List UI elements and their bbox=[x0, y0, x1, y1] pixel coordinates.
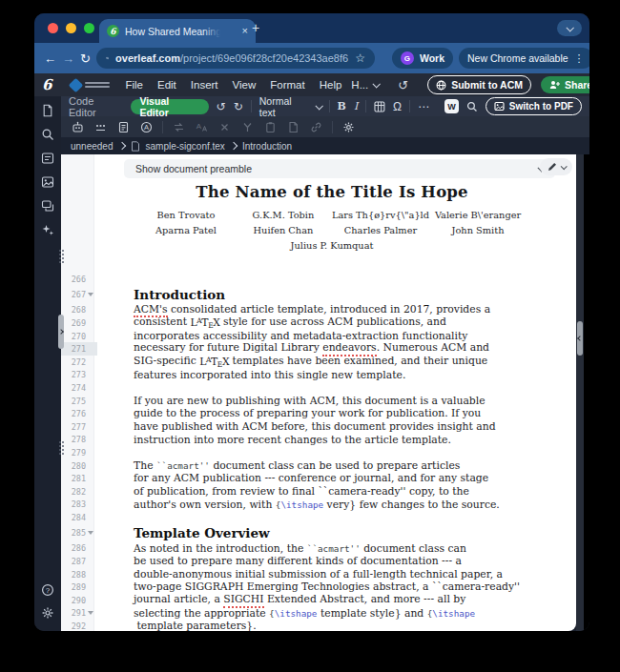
chrome-update-button[interactable]: New Chrome available ⋮ bbox=[459, 48, 589, 69]
editor-line[interactable]: 266 bbox=[61, 273, 576, 286]
share-button[interactable]: Share bbox=[541, 76, 589, 93]
paragraph-style-dropdown[interactable]: Normal text bbox=[259, 95, 321, 118]
line-content[interactable]: Template Overview bbox=[97, 524, 270, 542]
tab-search-button[interactable] bbox=[557, 20, 582, 36]
editor-line[interactable]: 288double-anonymous initial submission o… bbox=[61, 568, 576, 581]
undo-icon[interactable]: ↺ bbox=[217, 101, 226, 112]
edit-mode-button[interactable] bbox=[540, 158, 572, 175]
line-content[interactable]: be used to prepare many different kinds … bbox=[97, 555, 462, 568]
close-icon[interactable] bbox=[217, 120, 232, 134]
line-content[interactable]: instruction into more recent changes to … bbox=[97, 434, 451, 447]
line-content[interactable]: Introduction bbox=[97, 286, 225, 304]
section-heading-line[interactable]: 285Template Overview bbox=[61, 524, 576, 542]
writefull-icon[interactable]: W bbox=[444, 99, 459, 113]
profile-button[interactable]: G Work bbox=[392, 48, 453, 69]
editor-line[interactable]: 278instruction into more recent changes … bbox=[61, 434, 576, 447]
redo-icon[interactable]: ↻ bbox=[234, 101, 243, 112]
chrome-menu-icon[interactable]: ⋮ bbox=[574, 52, 585, 65]
site-settings-icon[interactable] bbox=[106, 52, 109, 64]
close-window-button[interactable] bbox=[48, 23, 58, 33]
menu-help[interactable]: Help bbox=[320, 79, 342, 91]
editor-line[interactable]: 277have published with ACM before, this … bbox=[61, 420, 576, 434]
menu-file[interactable]: File bbox=[125, 79, 143, 91]
clipboard-icon[interactable] bbox=[263, 120, 278, 134]
file-tree-expand-handle[interactable] bbox=[58, 315, 64, 349]
new-tab-button[interactable]: + bbox=[252, 21, 259, 34]
line-content[interactable]: for any ACM publication --- conference o… bbox=[97, 472, 488, 485]
editor-line[interactable]: 287be used to prepare many different kin… bbox=[61, 555, 576, 568]
menu-edit[interactable]: Edit bbox=[157, 79, 176, 91]
fold-caret-icon[interactable] bbox=[88, 293, 93, 296]
section-heading-line[interactable]: 267Introduction bbox=[61, 286, 576, 304]
minimize-window-button[interactable] bbox=[66, 23, 76, 33]
insert-symbol-button[interactable]: Ω bbox=[393, 101, 402, 112]
sparkles-icon[interactable] bbox=[39, 221, 56, 238]
editor-line[interactable]: 283author's own version, with {\itshape … bbox=[61, 499, 576, 512]
line-content[interactable]: features incorporated into this single n… bbox=[97, 369, 405, 382]
circle-a-icon[interactable]: A bbox=[139, 120, 154, 134]
overleaf-logo-icon[interactable]: 6 bbox=[42, 76, 52, 93]
editor-line[interactable]: 289two-page SIGGRAPH Emerging Technologi… bbox=[61, 580, 576, 594]
insert-table-icon[interactable] bbox=[374, 101, 385, 112]
switch-to-pdf-button[interactable]: Switch to PDF bbox=[486, 97, 582, 115]
line-content[interactable]: double-anonymous initial submission of a… bbox=[97, 568, 503, 581]
code-editor-toggle[interactable]: Code Editor bbox=[69, 95, 123, 118]
breadcrumb-section[interactable]: Introduction bbox=[242, 141, 292, 152]
editor-line[interactable]: 269consistent LATEX style for use across… bbox=[61, 316, 576, 330]
menu-insert[interactable]: Insert bbox=[191, 79, 218, 91]
bookmark-star-icon[interactable]: ☆ bbox=[355, 51, 365, 65]
editor-line[interactable]: 276guide to the process of preparing you… bbox=[61, 407, 576, 420]
editor-line[interactable]: 284 bbox=[61, 511, 576, 524]
robot-icon[interactable] bbox=[71, 120, 85, 134]
show-preamble-toggle[interactable]: Show document preamble bbox=[124, 159, 555, 178]
line-content[interactable]: journal article, a SIGCHI Extended Abstr… bbox=[97, 593, 465, 608]
line-content[interactable]: If you are new to publishing with ACM, t… bbox=[97, 395, 486, 408]
drag-dots[interactable] bbox=[59, 250, 61, 252]
branch-icon[interactable] bbox=[240, 120, 255, 134]
search-icon[interactable] bbox=[39, 126, 56, 143]
document-icon[interactable] bbox=[116, 120, 131, 134]
editor-line[interactable]: 279 bbox=[61, 446, 576, 459]
line-content[interactable]: The ``acmart'' document class can be use… bbox=[97, 459, 460, 473]
line-content[interactable]: two-page SIGGRAPH Emerging Technologies … bbox=[97, 580, 520, 594]
fold-caret-icon[interactable] bbox=[88, 611, 93, 615]
visual-editor-toggle[interactable]: Visual Editor bbox=[131, 99, 208, 114]
editor-line[interactable]: 286As noted in the introduction, the ``a… bbox=[61, 542, 576, 556]
editor-line[interactable]: 270incorporates accessibility and metada… bbox=[61, 330, 576, 343]
translate-icon[interactable]: A bbox=[195, 120, 209, 134]
history-icon[interactable]: ↺ bbox=[398, 79, 408, 92]
browser-tab[interactable]: 6 How Shared Meaning Emerge × bbox=[99, 19, 256, 43]
swap-icon[interactable] bbox=[172, 120, 186, 134]
editor-line[interactable]: 290journal article, a SIGCHI Extended Ab… bbox=[61, 594, 576, 607]
drag-dots[interactable] bbox=[59, 441, 61, 443]
image-icon[interactable] bbox=[39, 173, 56, 191]
menu-overflow[interactable]: H... bbox=[351, 79, 379, 91]
tab-close-icon[interactable]: × bbox=[242, 26, 248, 36]
editor-line[interactable]: 274 bbox=[61, 381, 576, 395]
editor-line[interactable]: 273features incorporated into this singl… bbox=[61, 369, 576, 382]
gear-icon[interactable] bbox=[341, 120, 356, 134]
maximize-window-button[interactable] bbox=[84, 23, 94, 33]
editor-line[interactable]: 291selecting the appropriate {\itshape t… bbox=[61, 607, 576, 621]
dots-icon[interactable] bbox=[93, 120, 108, 134]
bold-button[interactable]: B bbox=[338, 100, 346, 112]
editor-line[interactable]: 280The ``acmart'' document class can be … bbox=[61, 459, 576, 473]
visual-editor-pane[interactable]: Show document preamble The Name of the T… bbox=[61, 154, 576, 631]
editor-line[interactable]: 275If you are new to publishing with ACM… bbox=[61, 395, 576, 408]
breadcrumb-folder[interactable]: unneeded bbox=[71, 141, 114, 152]
address-bar[interactable]: overleaf.com/project/69e096f28cf20e42343… bbox=[96, 48, 375, 69]
chat-icon[interactable] bbox=[39, 197, 56, 214]
back-icon[interactable]: ← bbox=[44, 51, 56, 66]
editor-line[interactable]: 281for any ACM publication --- conferenc… bbox=[61, 472, 576, 485]
breadcrumb-file[interactable]: sample-sigconf.tex bbox=[146, 141, 225, 152]
menu-view[interactable]: View bbox=[233, 79, 257, 91]
submit-to-acm-button[interactable]: Submit to ACM bbox=[427, 75, 531, 94]
pane-resize-handle[interactable] bbox=[577, 321, 583, 356]
menu-format[interactable]: Format bbox=[270, 79, 304, 91]
editor-line[interactable]: 292 template parameters}. bbox=[61, 620, 576, 631]
link-icon[interactable] bbox=[309, 120, 323, 134]
italic-button[interactable]: I bbox=[354, 100, 358, 112]
line-content[interactable]: of publication, from review to final ``c… bbox=[97, 485, 469, 499]
line-content[interactable]: have published with ACM before, this doc… bbox=[97, 420, 496, 434]
line-content[interactable]: author's own version, with {\itshape ver… bbox=[97, 499, 500, 512]
